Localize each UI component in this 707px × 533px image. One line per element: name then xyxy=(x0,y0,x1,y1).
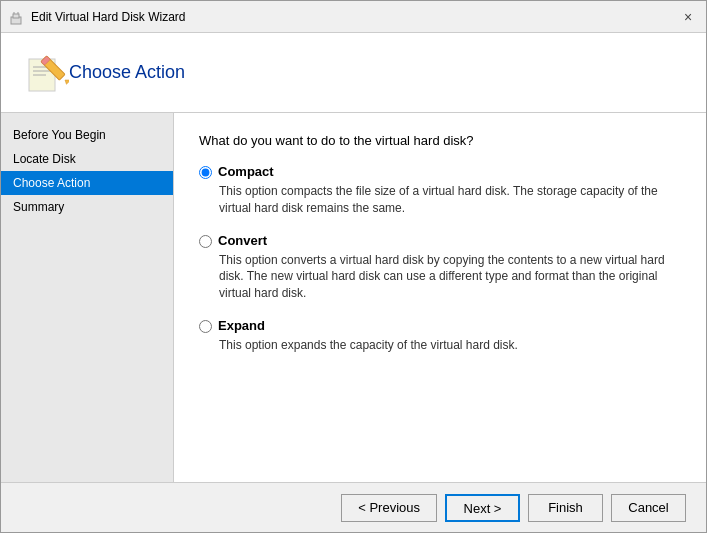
option-compact-group: Compact This option compacts the file si… xyxy=(199,164,681,217)
header-section: Choose Action xyxy=(1,33,706,113)
option-convert-group: Convert This option converts a virtual h… xyxy=(199,233,681,302)
option-expand-group: Expand This option expands the capacity … xyxy=(199,318,681,354)
footer: < Previous Next > Finish Cancel xyxy=(1,482,706,532)
titlebar-title: Edit Virtual Hard Disk Wizard xyxy=(31,10,678,24)
option-expand-description: This option expands the capacity of the … xyxy=(219,337,681,354)
sidebar-item-before-you-begin[interactable]: Before You Begin xyxy=(1,123,173,147)
wizard-window: Edit Virtual Hard Disk Wizard × Choose A… xyxy=(0,0,707,533)
sidebar: Before You Begin Locate Disk Choose Acti… xyxy=(1,113,174,482)
cancel-button[interactable]: Cancel xyxy=(611,494,686,522)
question-text: What do you want to do to the virtual ha… xyxy=(199,133,681,148)
option-convert-row: Convert xyxy=(199,233,681,248)
previous-button[interactable]: < Previous xyxy=(341,494,437,522)
wizard-icon xyxy=(21,49,69,97)
sidebar-item-choose-action[interactable]: Choose Action xyxy=(1,171,173,195)
content-area: Before You Begin Locate Disk Choose Acti… xyxy=(1,113,706,482)
titlebar-icon xyxy=(9,9,25,25)
option-compact-row: Compact xyxy=(199,164,681,179)
option-expand-label[interactable]: Expand xyxy=(218,318,265,333)
next-button[interactable]: Next > xyxy=(445,494,520,522)
option-convert-description: This option converts a virtual hard disk… xyxy=(219,252,681,302)
page-title: Choose Action xyxy=(69,62,185,83)
option-convert-radio[interactable] xyxy=(199,235,212,248)
option-expand-radio[interactable] xyxy=(199,320,212,333)
sidebar-item-locate-disk[interactable]: Locate Disk xyxy=(1,147,173,171)
option-expand-row: Expand xyxy=(199,318,681,333)
svg-rect-1 xyxy=(13,14,19,18)
sidebar-item-summary[interactable]: Summary xyxy=(1,195,173,219)
option-convert-label[interactable]: Convert xyxy=(218,233,267,248)
option-compact-description: This option compacts the file size of a … xyxy=(219,183,681,217)
titlebar: Edit Virtual Hard Disk Wizard × xyxy=(1,1,706,33)
option-compact-radio[interactable] xyxy=(199,166,212,179)
option-compact-label[interactable]: Compact xyxy=(218,164,274,179)
main-content: What do you want to do to the virtual ha… xyxy=(174,113,706,482)
finish-button[interactable]: Finish xyxy=(528,494,603,522)
close-button[interactable]: × xyxy=(678,7,698,27)
